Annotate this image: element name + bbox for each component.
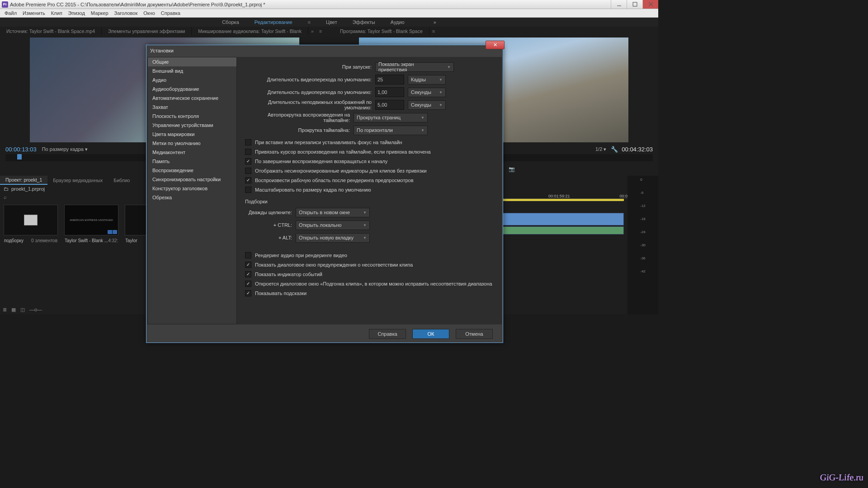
menu-Изменить[interactable]: Изменить — [20, 10, 47, 16]
checkbox[interactable] — [245, 281, 251, 287]
ok-button[interactable]: ОК — [412, 329, 449, 339]
menu-Файл[interactable]: Файл — [2, 10, 19, 16]
export-frame-icon[interactable]: 📷 — [509, 166, 515, 172]
checkbox[interactable] — [245, 262, 251, 268]
prefs-category[interactable]: Воспроизведение — [148, 166, 236, 175]
timeline-scroll-select[interactable]: По горизонтали▼ — [354, 126, 428, 135]
prefs-category[interactable]: Метки по умолчанию — [148, 139, 236, 148]
prefs-category[interactable]: Конструктор заголовков — [148, 184, 236, 193]
window-buttons — [611, 0, 658, 9]
audio-transition-label: Длительность аудиоперехода по умолчанию: — [245, 89, 375, 95]
source-timecode[interactable]: 00:00:13:03 — [5, 146, 37, 153]
playhead-icon[interactable] — [17, 154, 22, 160]
menu-Окно[interactable]: Окно — [141, 10, 157, 16]
panel-tab[interactable]: Источник: Taylor Swift - Blank Space.mp4 — [0, 27, 102, 35]
icon-view-icon[interactable]: ▦ — [11, 307, 16, 313]
still-duration-input[interactable] — [375, 100, 404, 110]
panel-tab[interactable]: Элементы управления эффектами — [102, 27, 192, 35]
still-duration-unit-select[interactable]: Секунды▼ — [408, 100, 446, 110]
search-icon[interactable]: ⌕ — [4, 194, 7, 200]
checkbox[interactable] — [245, 149, 251, 155]
project-tab[interactable]: Проект: proekt_1 — [0, 176, 47, 185]
bins-ctrl-select[interactable]: Открыть локально▼ — [296, 221, 370, 230]
prefs-category[interactable]: Захват — [148, 103, 236, 112]
audio-transition-unit-select[interactable]: Секунды▼ — [408, 88, 446, 97]
maximize-button[interactable] — [627, 0, 642, 9]
tabs-more-icon[interactable]: » — [311, 28, 314, 34]
cancel-button[interactable]: Отмена — [456, 329, 493, 339]
project-tab[interactable]: Библио — [108, 176, 135, 184]
close-button[interactable] — [642, 0, 658, 9]
workspace-Сборка[interactable]: Сборка — [222, 19, 239, 25]
prefs-category[interactable]: Обрезка — [148, 193, 236, 202]
workspace-Аудио[interactable]: Аудио — [391, 19, 405, 25]
minimize-button[interactable] — [611, 0, 627, 9]
prefs-category[interactable]: Автоматическое сохранение — [148, 94, 236, 103]
workspace-Редактирование[interactable]: Редактирование — [255, 19, 292, 25]
slider-icon[interactable]: —o— — [29, 307, 42, 312]
menu-Заголовок[interactable]: Заголовок — [112, 10, 140, 16]
bins-doubleclick-select[interactable]: Открыть в новом окне▼ — [296, 208, 370, 217]
freeform-view-icon[interactable]: ◫ — [20, 307, 25, 313]
prefs-category[interactable]: Аудио — [148, 75, 236, 84]
project-item[interactable]: AMERICAN EXPRESS UNSTAGEDTaylor Swift - … — [64, 205, 118, 301]
prefs-category[interactable]: Цвета маркировки — [148, 130, 236, 139]
video-transition-unit-select[interactable]: Кадры▼ — [408, 75, 446, 84]
program-resolution-select[interactable]: 1/2 ▾ — [595, 146, 606, 152]
checkbox-label: Масштабировать по размеру кадра по умолч… — [255, 187, 371, 192]
wrench-icon[interactable]: 🔧 — [611, 146, 618, 153]
audio-meter: 0-6-12-18-24-30-36-42 — [627, 176, 658, 314]
checkbox[interactable] — [245, 187, 251, 193]
checkbox-label: Воспроизвести рабочую область после ренд… — [255, 178, 414, 183]
checkbox-label: Показать диалоговое окно предупреждения … — [255, 262, 413, 267]
prefs-category[interactable]: Внешний вид — [148, 66, 236, 75]
at-launch-select[interactable]: Показать экран приветствия▼ — [375, 62, 454, 72]
list-view-icon[interactable]: ≣ — [3, 307, 7, 313]
project-item[interactable]: подборку0 элементов — [4, 205, 58, 301]
panel-menu-icon[interactable]: ≡ — [432, 28, 435, 34]
prefs-category[interactable]: Медиаконтент — [148, 148, 236, 157]
video-transition-input[interactable] — [375, 75, 404, 84]
prefs-category[interactable]: Управление устройствами — [148, 121, 236, 130]
bins-alt-label: + ALT: — [245, 235, 296, 240]
workspace-menu-icon[interactable]: ≡ — [308, 19, 311, 25]
video-clip[interactable] — [494, 213, 624, 225]
menu-Маркер[interactable]: Маркер — [89, 10, 111, 16]
workspace-Эффекты[interactable]: Эффекты — [353, 19, 375, 25]
checkbox[interactable] — [245, 290, 251, 296]
prefs-category[interactable]: Общие — [148, 57, 236, 66]
menu-Клип[interactable]: Клип — [49, 10, 65, 16]
app-icon: Pr — [2, 1, 8, 8]
project-tab[interactable]: Браузер медиаданных — [47, 176, 108, 184]
workspace-Цвет[interactable]: Цвет — [326, 19, 337, 25]
menu-Справка[interactable]: Справка — [159, 10, 183, 16]
prefs-category[interactable]: Память — [148, 157, 236, 166]
bins-ctrl-label: + CTRL: — [245, 222, 296, 228]
panel-tab[interactable]: Программа: Taylor Swift - Blank Space — [334, 27, 429, 35]
source-zoom-select[interactable]: По размеру кадра ▾ — [42, 146, 88, 152]
prefs-category[interactable]: Аудиооборудование — [148, 84, 236, 94]
dialog-close-button[interactable]: ✕ — [486, 41, 505, 49]
menu-Эпизод[interactable]: Эпизод — [66, 10, 87, 16]
workspace-bar: СборкаРедактирование≡ЦветЭффектыАудио» — [0, 18, 658, 27]
prefs-category[interactable]: Синхронизировать настройки — [148, 175, 236, 184]
checkbox[interactable] — [245, 168, 251, 174]
window-titlebar: Pr Adobe Premiere Pro CC 2015 - C:\Польз… — [0, 0, 658, 9]
checkbox[interactable] — [245, 177, 251, 183]
help-button[interactable]: Справка — [369, 329, 406, 339]
prefs-category[interactable]: Плоскость контроля — [148, 112, 236, 121]
autoscroll-select[interactable]: Прокрутка страниц▼ — [354, 113, 428, 122]
panel-menu-icon[interactable]: ≡ — [319, 28, 322, 34]
workspace-more-icon[interactable]: » — [434, 19, 436, 25]
checkbox[interactable] — [245, 139, 251, 145]
checkbox[interactable] — [245, 252, 251, 258]
audio-transition-input[interactable] — [375, 87, 404, 97]
dialog-title: Установки — [150, 48, 174, 53]
meter-tick: -18 — [640, 217, 646, 221]
checkbox[interactable] — [245, 271, 251, 277]
checkbox[interactable] — [245, 158, 251, 164]
dialog-sidebar: ОбщиеВнешний видАудиоАудиооборудованиеАв… — [147, 57, 237, 324]
bins-alt-select[interactable]: Открыть новую вкладку▼ — [296, 233, 370, 243]
panel-tab[interactable]: Микширование аудиоклипа: Taylor Swift - … — [192, 27, 308, 35]
audio-clip[interactable] — [494, 226, 624, 235]
